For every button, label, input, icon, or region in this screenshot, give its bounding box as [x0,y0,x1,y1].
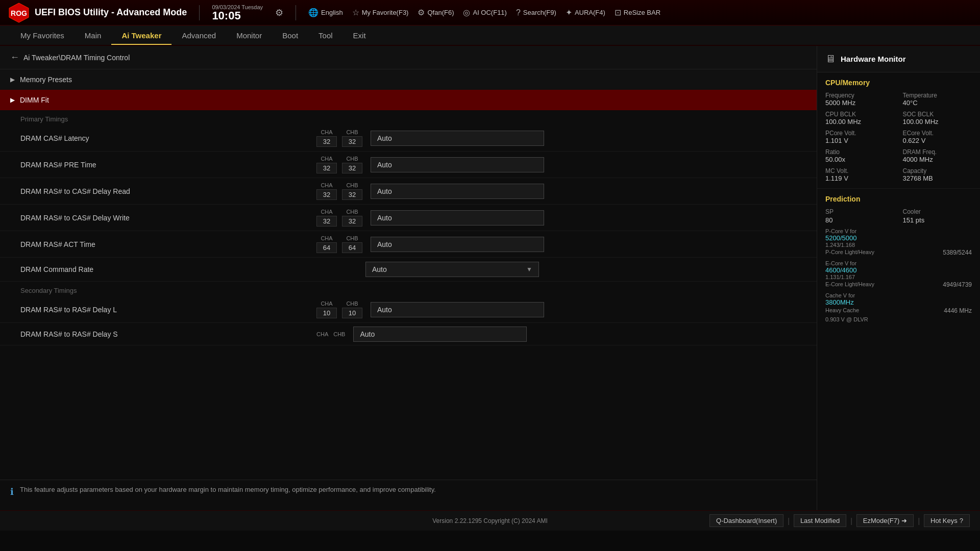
ai-oc-icon: ◎ [463,8,470,17]
ezmode-label: EzMode(F7) [863,517,900,524]
cache-heavy-label: Heavy Cache [825,307,859,314]
cpu-memory-section: CPU/Memory Frequency 5000 MHz Temperatur… [817,72,980,189]
cha-chb-ras-ras-s: CHA CHB [316,331,345,337]
secondary-timings-label: Secondary Timings [0,282,817,296]
pred-cooler-label: Cooler [903,208,972,215]
dropdown-arrow-icon: ▼ [526,266,532,273]
pcore-v-for-value-label: 1.243/1.168 [825,242,972,248]
hw-temperature: Temperature 40°C [903,92,972,107]
hw-cpu-bclk: CPU BCLK 100.00 MHz [825,111,895,126]
hot-keys-button[interactable]: Hot Keys ? [924,514,970,527]
chb-column-ras-cas-read: CHB 32 [342,182,362,200]
tool-resize-bar[interactable]: ⊡ ReSize BAR [615,8,660,17]
nav-advanced[interactable]: Advanced [172,27,226,45]
setting-value-ras-act: Auto [371,237,806,252]
setting-name-dram-ras-cas-read: DRAM RAS# to CAS# Delay Read [20,187,316,195]
value-box-command-rate[interactable]: Auto ▼ [365,262,539,277]
nav-boot[interactable]: Boot [272,27,308,45]
memory-presets-section[interactable]: ▶ Memory Presets [0,69,817,90]
mc-volt-value: 1.119 V [825,174,895,182]
content-area: ← Ai Tweaker\DRAM Timing Control ▶ Memor… [0,46,817,510]
cha-column-ras-ras-l: CHA 10 [316,300,337,318]
setting-name-dram-ras-ras-s: DRAM RAS# to RAS# Delay S [20,330,316,338]
setting-name-dram-ras-ras-l: DRAM RAS# to RAS# Delay L [20,306,316,314]
cha-column-ras-act: CHA 64 [316,235,337,253]
nav-exit[interactable]: Exit [343,27,376,45]
soc-bclk-value: 100.00 MHz [903,118,972,126]
back-button[interactable]: ← [10,52,19,63]
setting-value-ras-ras-l: Auto [371,302,806,317]
cha-chb-ras-cas-read: CHA 32 CHB 32 [316,182,362,200]
tool-my-favorite[interactable]: ☆ My Favorite(F3) [352,8,409,17]
frequency-value: 5000 MHz [825,99,895,107]
ecore-light-heavy-label: E-Core Light/Heavy [825,281,874,288]
qdashboard-button[interactable]: Q-Dashboard(Insert) [709,514,783,527]
cha-value-ras-pre: 32 [316,163,337,173]
setting-row-dram-ras-cas-read: DRAM RAS# to CAS# Delay Read CHA 32 CHB … [0,178,817,205]
chb-value-cas: 32 [342,136,362,147]
settings-list: ▶ Memory Presets ▶ DIMM Fit Primary Timi… [0,69,817,480]
setting-name-dram-ras-cas-write: DRAM RAS# to CAS# Delay Write [20,214,316,222]
frequency-label: Frequency [825,92,895,99]
chb-column-ras-act: CHB 64 [342,235,362,253]
footer: Version 2.22.1295 Copyright (C) 2024 AMI… [0,510,980,531]
footer-sep-2: | [850,517,852,525]
value-box-ras-act[interactable]: Auto [371,237,544,252]
dram-freq-label: DRAM Freq. [903,148,972,156]
cha-chb-ras-pre: CHA 32 CHB 32 [316,156,362,173]
cha-column-ras-pre: CHA 32 [316,156,337,173]
setting-value-ras-cas-read: Auto [371,184,806,199]
value-box-ras-ras-l[interactable]: Auto [371,302,544,317]
ezmode-arrow-icon: ➜ [901,517,907,524]
logo-area: ROG UEFI BIOS Utility - Advanced Mode [8,2,187,23]
hw-monitor-title: Hardware Monitor [841,55,906,63]
tool-qfan[interactable]: ⚙ Qfan(F6) [418,8,454,17]
dimm-fit-section[interactable]: ▶ DIMM Fit [0,90,817,110]
value-box-ras-ras-s[interactable]: Auto [353,327,527,342]
hw-frequency: Frequency 5000 MHz [825,92,895,107]
memory-presets-arrow-icon: ▶ [10,76,15,83]
chb-column-cas: CHB 32 [342,129,362,147]
tool-english[interactable]: 🌐 English [308,8,343,17]
chb-label-ras-act: CHB [346,235,358,241]
value-box-ras-cas-read[interactable]: Auto [371,184,544,199]
info-text: This feature adjusts parameters based on… [20,485,436,494]
cpu-bclk-value: 100.00 MHz [825,118,895,126]
tool-search[interactable]: ? Search(F9) [516,8,556,17]
temperature-value: 40°C [903,99,972,107]
capacity-label: Capacity [903,167,972,174]
value-box-ras-cas-write[interactable]: Auto [371,210,544,226]
tool-ai-oc[interactable]: ◎ AI OC(F11) [463,8,506,17]
value-box-ras-pre[interactable]: Auto [371,157,544,172]
pred-sp: SP 80 [825,208,895,224]
nav-ai-tweaker[interactable]: Ai Tweaker [111,27,172,45]
nav-bar: My Favorites Main Ai Tweaker Advanced Mo… [0,26,980,46]
ecore-volt-label: ECore Volt. [903,130,972,137]
last-modified-button[interactable]: Last Modified [794,514,846,527]
value-box-cas[interactable]: Auto [371,131,544,146]
pcore-v-for-cyan: 5200/5000 [825,234,972,242]
star-icon: ☆ [352,8,359,17]
hw-dram-freq: DRAM Freq. 4000 MHz [903,148,972,163]
qdashboard-label: Q-Dashboard(Insert) [716,517,777,524]
nav-monitor[interactable]: Monitor [226,27,272,45]
last-modified-label: Last Modified [800,517,840,524]
nav-tool[interactable]: Tool [308,27,343,45]
chb-value-ras-act: 64 [342,242,362,253]
cha-chb-ras-cas-write: CHA 32 CHB 32 [316,209,362,227]
setting-name-dram-ras-pre: DRAM RAS# PRE Time [20,161,316,169]
hw-monitor-header: 🖥 Hardware Monitor [817,46,980,72]
tool-aura[interactable]: ✦ AURA(F4) [566,8,605,17]
nav-main[interactable]: Main [75,27,112,45]
setting-row-dram-ras-ras-s: DRAM RAS# to RAS# Delay S CHA CHB Auto [0,323,817,345]
cha-chb-cas: CHA 32 CHB 32 [316,129,362,147]
prediction-title: Prediction [825,195,972,203]
cha-label-ras-act: CHA [321,235,332,241]
datetime-area: 09/03/2024 Tuesday 10:05 [212,4,263,21]
cpu-memory-grid: Frequency 5000 MHz Temperature 40°C CPU … [825,92,972,182]
ezmode-button[interactable]: EzMode(F7) ➜ [856,514,914,527]
settings-icon[interactable]: ⚙ [275,7,283,18]
chb-value-ras-pre: 32 [342,163,362,173]
setting-name-dram-ras-act: DRAM RAS# ACT Time [20,240,316,248]
nav-my-favorites[interactable]: My Favorites [10,27,75,45]
